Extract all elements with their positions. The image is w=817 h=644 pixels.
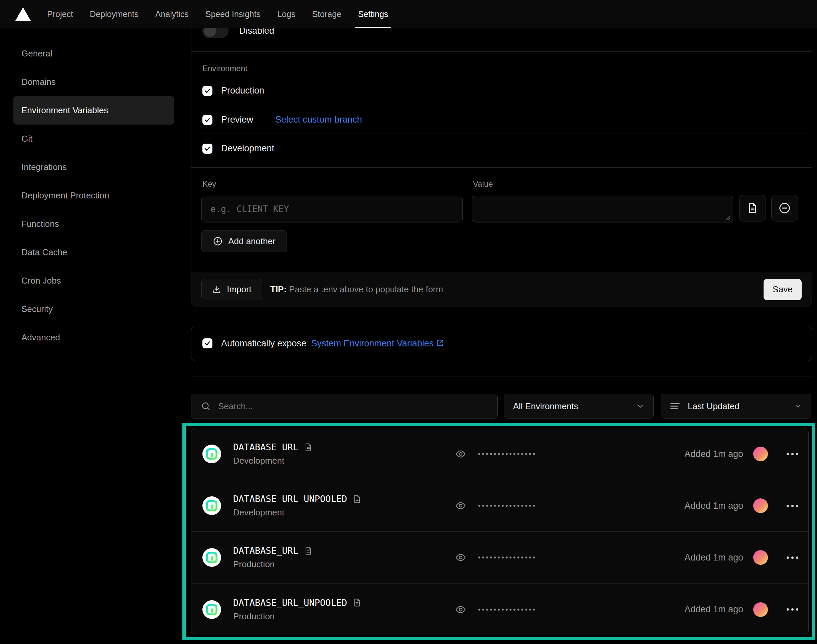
row-menu-button[interactable] — [786, 453, 798, 455]
neon-integration-icon — [202, 600, 221, 619]
sidebar-item-advanced[interactable]: Advanced — [13, 324, 174, 352]
preview-checkbox[interactable] — [202, 115, 212, 125]
search-input[interactable] — [218, 401, 479, 411]
nav-tab-logs[interactable]: Logs — [269, 0, 304, 28]
env-var-key: DATABASE_URL — [233, 442, 298, 452]
vercel-logo-icon[interactable] — [15, 7, 33, 21]
env-var-key: DATABASE_URL — [233, 546, 298, 556]
neon-integration-icon — [202, 496, 221, 515]
env-var-row[interactable]: DATABASE_URL Development •••••••••••••••… — [192, 428, 808, 480]
check-icon — [204, 87, 211, 94]
import-label: Import — [227, 284, 251, 294]
divider — [192, 51, 812, 52]
system-env-card: Automatically expose System Environment … — [191, 326, 812, 361]
note-icon[interactable] — [304, 443, 313, 452]
environment-production-row: Production — [202, 86, 264, 96]
auto-expose-checkbox[interactable] — [202, 338, 212, 348]
remove-row-button[interactable] — [771, 195, 798, 221]
row-menu-button[interactable] — [786, 608, 798, 610]
avatar — [753, 602, 768, 617]
eye-icon[interactable] — [455, 604, 466, 615]
sidebar-item-cron-jobs[interactable]: Cron Jobs — [13, 267, 174, 295]
value-input[interactable] — [472, 196, 733, 222]
added-timestamp: Added 1m ago — [684, 501, 743, 511]
select-custom-branch-link[interactable]: Select custom branch — [275, 115, 362, 125]
value-label: Value — [473, 179, 493, 189]
development-checkbox[interactable] — [202, 144, 212, 154]
eye-icon[interactable] — [455, 552, 466, 563]
sort-dropdown[interactable]: Last Updated — [661, 394, 811, 419]
paste-env-button[interactable] — [739, 195, 766, 221]
production-checkbox[interactable] — [202, 86, 212, 96]
env-var-environment: Development — [233, 455, 313, 466]
divider — [202, 133, 812, 134]
env-var-environment: Production — [233, 611, 362, 622]
env-var-meta: Added 1m ago — [684, 498, 798, 513]
env-var-secret: ••••••••••••••• — [455, 449, 537, 459]
added-timestamp: Added 1m ago — [684, 552, 743, 563]
sidebar-item-integrations[interactable]: Integrations — [13, 153, 174, 181]
external-link-icon — [435, 339, 444, 347]
env-var-key: DATABASE_URL_UNPOOLED — [233, 494, 347, 504]
key-input[interactable] — [201, 196, 463, 222]
environment-filter-dropdown[interactable]: All Environments — [504, 394, 654, 419]
sidebar-item-general[interactable]: General — [13, 40, 174, 68]
sidebar-item-environment-variables[interactable]: Environment Variables — [13, 96, 174, 124]
check-icon — [204, 340, 211, 347]
divider — [202, 105, 812, 105]
key-label: Key — [202, 179, 216, 189]
save-button[interactable]: Save — [763, 279, 802, 300]
chevron-down-icon — [636, 402, 645, 411]
divider — [191, 376, 812, 376]
sidebar-item-deployment-protection[interactable]: Deployment Protection — [13, 181, 174, 210]
check-icon — [204, 117, 211, 123]
paste-document-icon — [746, 202, 759, 214]
form-footer: Import TIP: Paste a .env above to popula… — [192, 272, 812, 307]
avatar — [753, 550, 768, 565]
env-var-text: DATABASE_URL_UNPOOLED Development — [233, 494, 362, 518]
added-timestamp: Added 1m ago — [684, 604, 743, 615]
import-button[interactable]: Import — [201, 279, 262, 300]
neon-integration-icon — [202, 445, 221, 463]
nav-tabs: Project Deployments Analytics Speed Insi… — [39, 0, 397, 28]
sidebar-item-git[interactable]: Git — [13, 124, 174, 153]
env-var-key: DATABASE_URL_UNPOOLED — [233, 598, 347, 608]
env-var-meta: Added 1m ago — [684, 602, 798, 617]
add-another-button[interactable]: Add another — [201, 230, 287, 252]
env-search-box — [191, 394, 498, 419]
nav-tab-storage[interactable]: Storage — [304, 0, 350, 28]
note-icon[interactable] — [304, 546, 313, 555]
production-label: Production — [221, 86, 264, 96]
environment-section-label: Environment — [202, 64, 247, 73]
env-var-row[interactable]: DATABASE_URL Production ••••••••••••••• … — [192, 532, 808, 584]
env-var-row[interactable]: DATABASE_URL_UNPOOLED Production •••••••… — [192, 584, 808, 635]
sidebar-item-security[interactable]: Security — [13, 295, 174, 324]
env-var-text: DATABASE_URL_UNPOOLED Production — [233, 598, 362, 622]
neon-integration-icon — [202, 548, 221, 567]
add-another-label: Add another — [228, 236, 276, 247]
note-icon[interactable] — [353, 598, 362, 607]
system-env-variables-link[interactable]: System Environment Variables — [311, 338, 444, 349]
env-var-text: DATABASE_URL Development — [233, 442, 313, 466]
sort-value: Last Updated — [688, 401, 794, 411]
search-icon — [201, 401, 211, 411]
env-var-form-card: Disabled Environment Production Preview … — [191, 0, 812, 307]
env-var-environment: Production — [233, 559, 313, 569]
env-var-row[interactable]: DATABASE_URL_UNPOOLED Development ••••••… — [192, 480, 808, 532]
nav-tab-project[interactable]: Project — [39, 0, 81, 28]
eye-icon[interactable] — [455, 500, 466, 511]
nav-tab-settings[interactable]: Settings — [350, 0, 397, 28]
row-menu-button[interactable] — [786, 557, 798, 559]
sidebar-item-domains[interactable]: Domains — [13, 68, 174, 96]
nav-tab-analytics[interactable]: Analytics — [147, 0, 197, 28]
eye-icon[interactable] — [455, 449, 466, 459]
nav-tab-deployments[interactable]: Deployments — [81, 0, 147, 28]
masked-value: ••••••••••••••• — [478, 605, 537, 614]
row-menu-button[interactable] — [786, 505, 798, 507]
sidebar-item-functions[interactable]: Functions — [13, 210, 174, 238]
sidebar-item-data-cache[interactable]: Data Cache — [13, 238, 174, 267]
note-icon[interactable] — [353, 494, 362, 504]
sort-icon — [670, 401, 681, 411]
nav-tab-speed-insights[interactable]: Speed Insights — [197, 0, 269, 28]
env-var-secret: ••••••••••••••• — [455, 604, 537, 615]
